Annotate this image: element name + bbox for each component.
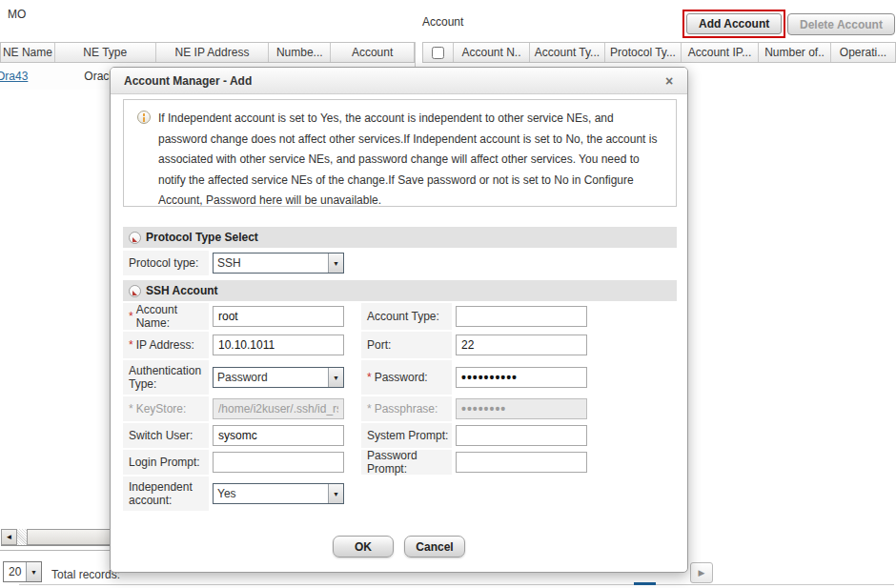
- password-label: *Password:: [361, 360, 452, 395]
- keystore-label: *KeyStore:: [123, 396, 209, 421]
- section-ssh-label: SSH Account: [146, 284, 218, 297]
- section-ssh-account[interactable]: SSH Account: [123, 280, 677, 301]
- info-icon: [137, 111, 151, 124]
- account-table-header: Account N.. Account Ty... Protocol Ty...…: [422, 42, 896, 63]
- col-ne-ip[interactable]: NE IP Address: [156, 43, 270, 62]
- info-message: If Independent account is set to Yes, th…: [123, 99, 677, 207]
- ne-table-header: NE Name NE Type NE IP Address Numbe... A…: [0, 42, 415, 63]
- independent-account-value: Yes: [214, 484, 328, 503]
- passphrase-label: *Passphrase:: [361, 396, 452, 421]
- mo-section-label: MO: [8, 8, 26, 21]
- auth-type-dropdown[interactable]: Password ▼: [213, 367, 344, 388]
- account-type-label: Account Type:: [361, 303, 452, 330]
- login-prompt-field[interactable]: [213, 452, 344, 473]
- chevron-down-icon[interactable]: ▼: [328, 253, 343, 273]
- col-ne-account[interactable]: Account: [331, 43, 414, 62]
- col-ne-number[interactable]: Numbe...: [269, 43, 331, 62]
- ne-name-link[interactable]: Ora43: [0, 70, 28, 83]
- auth-type-value: Password: [214, 368, 328, 387]
- page-size-select[interactable]: 20 ▼: [3, 561, 42, 582]
- chevron-down-icon[interactable]: ▼: [328, 368, 343, 387]
- password-field[interactable]: [456, 367, 587, 388]
- account-section-label: Account: [422, 15, 463, 29]
- next-page-button[interactable]: ▶: [690, 562, 713, 583]
- collapse-icon[interactable]: [129, 232, 141, 244]
- independent-account-dropdown[interactable]: Yes ▼: [213, 483, 344, 504]
- port-label: Port:: [361, 332, 452, 358]
- col-account-ip[interactable]: Account IP...: [682, 43, 759, 62]
- ip-address-field[interactable]: [213, 335, 344, 355]
- account-name-field[interactable]: [213, 306, 344, 327]
- keystore-field: [213, 398, 344, 419]
- chevron-down-icon[interactable]: ▼: [26, 562, 41, 581]
- ip-address-label: *IP Address:: [123, 332, 209, 358]
- section-protocol-type[interactable]: Protocol Type Select: [123, 227, 677, 248]
- system-prompt-label: System Prompt:: [361, 423, 452, 448]
- protocol-type-value: SSH: [214, 253, 328, 273]
- passphrase-field: [456, 398, 587, 419]
- protocol-type-dropdown[interactable]: SSH ▼: [213, 253, 344, 274]
- collapse-icon[interactable]: [129, 285, 141, 297]
- section-protocol-label: Protocol Type Select: [146, 231, 258, 244]
- col-protocol-type[interactable]: Protocol Ty...: [605, 43, 682, 62]
- account-name-label: *Account Name:: [123, 303, 209, 330]
- scroll-left-icon[interactable]: ◄: [1, 529, 17, 545]
- page-size-value: 20: [4, 562, 26, 581]
- system-prompt-field[interactable]: [456, 425, 587, 446]
- independent-account-label: Independent account:: [123, 476, 209, 511]
- login-prompt-label: Login Prompt:: [123, 450, 209, 475]
- current-page-accent: [634, 582, 656, 585]
- delete-account-button[interactable]: Delete Account: [787, 13, 895, 35]
- protocol-type-label: Protocol type:: [123, 251, 209, 275]
- col-account-name[interactable]: Account N..: [454, 43, 530, 62]
- info-text: If Independent account is set to Yes, th…: [158, 112, 657, 207]
- col-account-type[interactable]: Account Ty...: [530, 43, 605, 62]
- port-field[interactable]: [456, 335, 587, 355]
- ok-button[interactable]: OK: [333, 536, 394, 558]
- account-table: Account N.. Account Ty... Protocol Ty...…: [422, 42, 896, 63]
- cancel-button[interactable]: Cancel: [404, 536, 465, 558]
- switch-user-label: Switch User:: [123, 423, 209, 448]
- col-number-of[interactable]: Number of..: [759, 43, 831, 62]
- ssh-account-form: *Account Name: Account Type: *IP Address…: [123, 303, 677, 513]
- protocol-type-row: Protocol type: SSH ▼: [123, 251, 344, 275]
- password-prompt-label: Password Prompt:: [361, 450, 452, 475]
- close-icon[interactable]: ×: [661, 72, 678, 90]
- col-ne-name[interactable]: NE Name: [1, 43, 55, 62]
- dialog-title: Account Manager - Add: [111, 68, 687, 94]
- bottom-divider: [19, 584, 894, 585]
- account-manager-add-dialog: Account Manager - Add × If Independent a…: [110, 67, 688, 573]
- add-account-highlight-box: Add Account: [682, 10, 785, 38]
- switch-user-field[interactable]: [213, 425, 344, 446]
- chevron-down-icon[interactable]: ▼: [328, 484, 343, 503]
- account-type-field[interactable]: [456, 306, 587, 327]
- select-all-cell: [423, 43, 454, 62]
- auth-type-label: Authentication Type:: [123, 360, 209, 395]
- add-account-button[interactable]: Add Account: [686, 13, 782, 34]
- col-ne-type[interactable]: NE Type: [55, 43, 156, 62]
- password-prompt-field[interactable]: [456, 452, 587, 473]
- select-all-checkbox[interactable]: [432, 47, 444, 59]
- col-operation[interactable]: Operati...: [831, 43, 895, 62]
